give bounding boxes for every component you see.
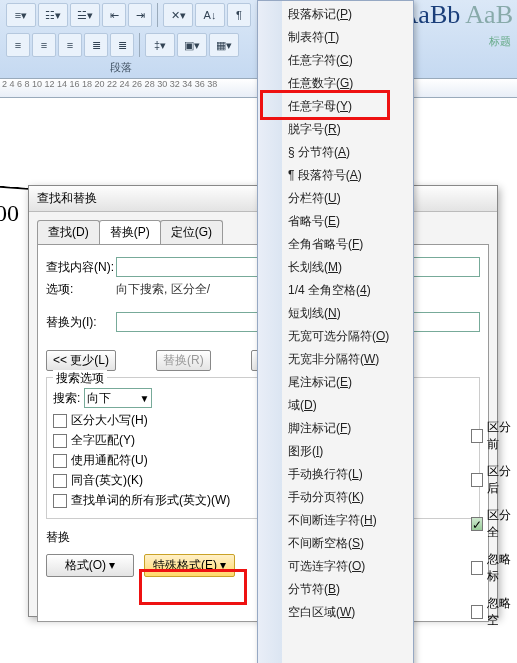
menu-item-6[interactable]: § 分节符(A) (258, 141, 413, 164)
menu-item-1[interactable]: 制表符(T) (258, 26, 413, 49)
replace-button[interactable]: 替换(R) (156, 350, 211, 371)
menu-item-11[interactable]: 长划线(M) (258, 256, 413, 279)
menu-item-19[interactable]: 图形(I) (258, 440, 413, 463)
less-button[interactable]: << 更少(L) (46, 350, 116, 371)
chk-suffix[interactable]: 区分后 (471, 463, 517, 497)
menu-item-0[interactable]: 段落标记(P) (258, 3, 413, 26)
multilevel-button[interactable]: ☱▾ (70, 3, 100, 27)
doc-number: 00 (0, 200, 19, 227)
menu-item-10[interactable]: 全角省略号(F) (258, 233, 413, 256)
menu-item-8[interactable]: 分栏符(U) (258, 187, 413, 210)
align-right-button[interactable]: ≡ (58, 33, 82, 57)
chevron-down-icon: ▼ (139, 393, 149, 404)
showmarks-button[interactable]: ¶ (227, 3, 251, 27)
align-center-button[interactable]: ≡ (32, 33, 56, 57)
menu-item-14[interactable]: 无宽可选分隔符(O) (258, 325, 413, 348)
sort-button[interactable]: A↓ (195, 3, 225, 27)
find-label: 查找内容(N): (46, 259, 116, 276)
menu-item-22[interactable]: 不间断连字符(H) (258, 509, 413, 532)
direction-select[interactable]: 向下▼ (84, 388, 152, 408)
menu-item-2[interactable]: 任意字符(C) (258, 49, 413, 72)
linespace2-button[interactable]: ‡▾ (145, 33, 175, 57)
replace-grp-label: 替换 (46, 530, 70, 544)
tab-goto[interactable]: 定位(G) (160, 220, 223, 244)
menu-item-25[interactable]: 分节符(B) (258, 578, 413, 601)
align-dist-button[interactable]: ≣ (110, 33, 134, 57)
align-left-button[interactable]: ≡ (6, 33, 30, 57)
menu-item-21[interactable]: 手动分页符(K) (258, 486, 413, 509)
indent-dec-button[interactable]: ⇤ (102, 3, 126, 27)
chk-prefix[interactable]: 区分前 (471, 419, 517, 453)
align-justify-button[interactable]: ≣ (84, 33, 108, 57)
options-label: 选项: (46, 281, 116, 298)
menu-item-17[interactable]: 域(D) (258, 394, 413, 417)
bullets-button[interactable]: ≡▾ (6, 3, 36, 27)
menu-item-7[interactable]: ¶ 段落符号(A) (258, 164, 413, 187)
chk-ignore2[interactable]: 忽略空 (471, 595, 517, 629)
paragraph-group-label: 段落 (110, 60, 132, 75)
menu-item-3[interactable]: 任意数字(G) (258, 72, 413, 95)
chk-ignore1[interactable]: 忽略标 (471, 551, 517, 585)
menu-item-23[interactable]: 不间断空格(S) (258, 532, 413, 555)
search-label: 搜索: (53, 390, 80, 407)
menu-item-4[interactable]: 任意字母(Y) (258, 95, 413, 118)
options-value: 向下搜索, 区分全/ (116, 281, 210, 298)
menu-item-20[interactable]: 手动换行符(L) (258, 463, 413, 486)
menu-item-26[interactable]: 空白区域(W) (258, 601, 413, 624)
menu-item-12[interactable]: 1/4 全角空格(4) (258, 279, 413, 302)
tab-find[interactable]: 查找(D) (37, 220, 100, 244)
styles-gallery[interactable]: AaBb AaB (400, 0, 513, 30)
side-checks: 区分前 区分后 ✓区分全 忽略标 忽略空 (471, 416, 517, 632)
menu-item-9[interactable]: 省略号(E) (258, 210, 413, 233)
menu-item-13[interactable]: 短划线(N) (258, 302, 413, 325)
shading-button[interactable]: ▣▾ (177, 33, 207, 57)
chk-fullhalf[interactable]: ✓区分全 (471, 507, 517, 541)
style-label: 标题 (489, 34, 511, 49)
indent-inc-button[interactable]: ⇥ (128, 3, 152, 27)
menu-item-5[interactable]: 脱字号(R) (258, 118, 413, 141)
special-format-menu: 段落标记(P)制表符(T)任意字符(C)任意数字(G)任意字母(Y)脱字号(R)… (257, 0, 414, 663)
menu-item-24[interactable]: 可选连字符(O) (258, 555, 413, 578)
replace-label: 替换为(I): (46, 314, 116, 331)
special-format-button[interactable]: 特殊格式(E) ▾ (144, 554, 235, 577)
borders-button[interactable]: ▦▾ (209, 33, 239, 57)
menu-item-16[interactable]: 尾注标记(E) (258, 371, 413, 394)
search-options-legend: 搜索选项 (53, 370, 107, 387)
linespacing-button[interactable]: ✕▾ (163, 3, 193, 27)
numbering-button[interactable]: ☷▾ (38, 3, 68, 27)
tab-replace[interactable]: 替换(P) (99, 220, 161, 244)
menu-item-15[interactable]: 无宽非分隔符(W) (258, 348, 413, 371)
format-button[interactable]: 格式(O) ▾ (46, 554, 134, 577)
menu-item-18[interactable]: 脚注标记(F) (258, 417, 413, 440)
